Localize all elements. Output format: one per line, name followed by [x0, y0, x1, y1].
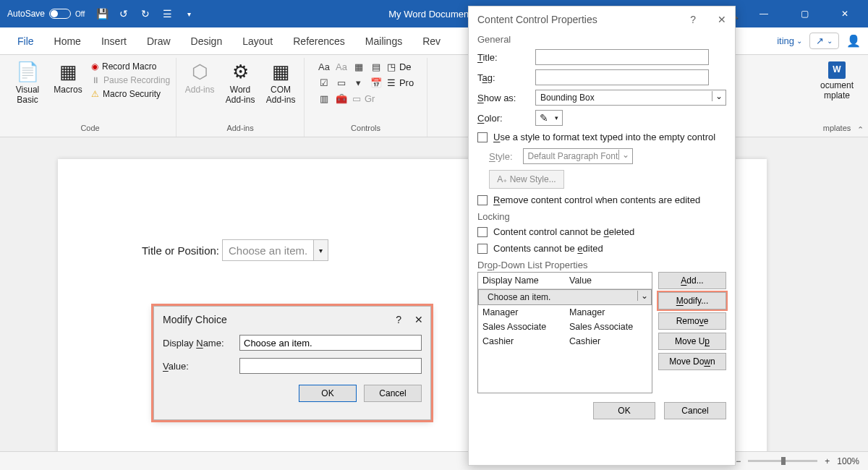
properties-icon: ☰	[387, 77, 396, 88]
chevron-down-icon[interactable]: ▾	[313, 240, 328, 260]
tab-references[interactable]: References	[283, 30, 355, 53]
color-picker[interactable]: ✎▾	[535, 110, 563, 126]
toggle-track	[49, 9, 71, 19]
checkbox-control-icon[interactable]: ☑	[318, 76, 331, 89]
visual-basic-button[interactable]: 📄 Visual Basic	[10, 60, 45, 105]
cannot-delete-checkbox[interactable]: Content control cannot be deleted	[469, 223, 735, 240]
zoom-out-icon[interactable]: −	[736, 456, 741, 466]
macros-button[interactable]: ▦ Macros	[51, 60, 85, 95]
rich-text-control-icon[interactable]: Aa	[318, 60, 331, 73]
tab-file[interactable]: File	[7, 30, 44, 53]
addins-button[interactable]: ⬡ Add-ins	[182, 60, 217, 95]
quick-access-toolbar: 💾 ↺ ↻ ☰ ▾	[95, 7, 196, 21]
document-template-button[interactable]: W ocument mplate	[816, 60, 858, 101]
zoom-in-icon[interactable]: +	[825, 456, 830, 466]
ok-button[interactable]: OK	[299, 385, 357, 402]
tab-review[interactable]: Rev	[412, 30, 451, 53]
word-addins-button[interactable]: ⚙ Word Add-ins	[223, 60, 258, 105]
cancel-button[interactable]: Cancel	[664, 402, 726, 419]
redo-icon[interactable]: ↻	[138, 7, 153, 21]
list-icon[interactable]: ☰	[160, 7, 174, 21]
tab-insert[interactable]: Insert	[91, 30, 137, 53]
show-as-label: Show as:	[477, 93, 528, 103]
help-icon[interactable]: ?	[690, 14, 696, 25]
color-label: Color:	[477, 113, 528, 124]
close-button[interactable]: ✕	[829, 3, 861, 25]
value-input[interactable]	[239, 358, 422, 374]
close-icon[interactable]: ✕	[718, 14, 726, 25]
picture-control-icon[interactable]: ▦	[352, 60, 365, 73]
group-button[interactable]: ▭Gr	[352, 92, 375, 105]
design-icon: ◳	[387, 61, 396, 72]
collapse-ribbon-icon[interactable]: ⌃	[857, 125, 864, 134]
group-label-code: Code	[80, 121, 99, 137]
tag-input[interactable]	[535, 69, 709, 85]
move-down-button[interactable]: Move Down	[658, 353, 726, 370]
section-locking: Locking	[469, 208, 735, 223]
building-block-icon[interactable]: ▤	[370, 60, 383, 73]
editing-mode[interactable]: iting ⌄	[777, 35, 802, 46]
show-as-select[interactable]: Bounding Box	[535, 90, 726, 106]
display-name-input[interactable]	[239, 335, 422, 351]
window-titlebar: AutoSave Off 💾 ↺ ↻ ☰ ▾ My Word Document.…	[0, 0, 868, 27]
checkbox-icon	[477, 195, 488, 205]
design-mode-button[interactable]: ◳De	[387, 60, 412, 73]
help-icon[interactable]: ?	[396, 314, 401, 325]
plain-text-control-icon[interactable]: Aa	[335, 60, 348, 73]
style-select[interactable]: Default Paragraph Font	[523, 148, 634, 164]
section-dropdown-list: Drop-Down List Properties	[469, 257, 735, 272]
tab-design[interactable]: Design	[181, 30, 233, 53]
close-icon[interactable]: ✕	[414, 314, 423, 325]
modify-button[interactable]: Modify...	[658, 292, 726, 309]
maximize-button[interactable]: ▢	[788, 3, 820, 25]
repeating-control-icon[interactable]: ▥	[318, 92, 331, 105]
dropdown-icon[interactable]: ▾	[182, 7, 196, 21]
legacy-tools-icon[interactable]: 🧰	[335, 92, 348, 105]
add-button[interactable]: Add...	[658, 272, 726, 289]
remove-button[interactable]: Remove	[658, 312, 726, 330]
dropdown-control-icon[interactable]: ▾	[352, 76, 365, 89]
zoom-slider[interactable]	[748, 460, 817, 462]
date-control-icon[interactable]: 📅	[370, 76, 383, 89]
document-area	[0, 137, 868, 451]
minimize-button[interactable]: —	[748, 3, 780, 25]
document-field: Title or Position: Choose an item. ▾	[142, 239, 328, 261]
account-icon[interactable]: 👤	[846, 34, 861, 48]
autosave-toggle[interactable]: AutoSave Off	[7, 9, 85, 19]
dropdown-list[interactable]: Display Name Value Choose an item. Manag…	[477, 272, 652, 393]
cancel-button[interactable]: Cancel	[364, 385, 422, 402]
move-up-button[interactable]: Move Up	[658, 333, 726, 350]
checkbox-icon	[477, 244, 488, 254]
com-addins-button[interactable]: ▦ COM Add-ins	[263, 60, 298, 105]
tab-mailings[interactable]: Mailings	[355, 30, 412, 53]
use-style-checkbox[interactable]: Use a style to format text typed into th…	[469, 129, 735, 145]
pause-recording-button[interactable]: ⏸Pause Recording	[91, 75, 170, 85]
new-style-button[interactable]: A₊ New Style...	[489, 170, 564, 189]
ok-button[interactable]: OK	[593, 402, 655, 419]
macro-security-button[interactable]: ⚠Macro Security	[91, 89, 170, 99]
title-input[interactable]	[535, 49, 709, 65]
undo-icon[interactable]: ↺	[116, 7, 131, 21]
list-item: CashierCashier	[478, 334, 652, 349]
tab-draw[interactable]: Draw	[137, 30, 181, 53]
group-label-controls: Controls	[351, 121, 380, 137]
share-button[interactable]: ↗⌄	[809, 33, 839, 49]
col-value: Value	[565, 273, 652, 289]
save-icon[interactable]: 💾	[95, 7, 109, 21]
field-dropdown[interactable]: Choose an item. ▾	[222, 239, 328, 261]
combobox-control-icon[interactable]: ▭	[335, 76, 348, 89]
tab-layout[interactable]: Layout	[232, 30, 283, 53]
remove-cc-checkbox[interactable]: Remove content control when contents are…	[469, 192, 735, 208]
word-icon: W	[828, 61, 846, 79]
properties-button[interactable]: ☰Pro	[387, 76, 414, 89]
share-icon: ↗	[816, 35, 824, 46]
macros-icon: ▦	[59, 61, 77, 83]
tab-home[interactable]: Home	[44, 30, 91, 53]
zoom-level[interactable]: 100%	[837, 456, 859, 466]
autosave-state: Off	[75, 10, 85, 18]
col-display: Display Name	[478, 273, 565, 289]
section-general: General	[469, 31, 735, 46]
record-macro-button[interactable]: ◉Record Macro	[91, 61, 170, 72]
cannot-edit-checkbox[interactable]: Contents cannot be edited	[469, 240, 735, 257]
list-item: Choose an item.	[478, 289, 652, 305]
